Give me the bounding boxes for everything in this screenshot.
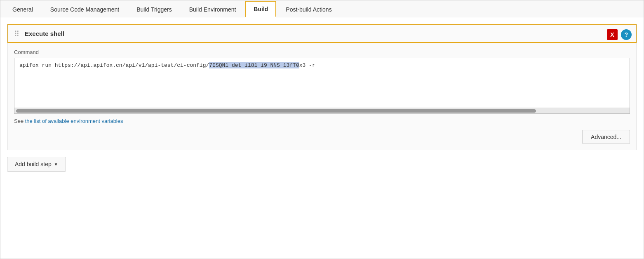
command-label: Command bbox=[14, 49, 630, 55]
add-step-row: Add build step ▼ bbox=[7, 157, 637, 172]
close-button[interactable]: X bbox=[607, 29, 618, 40]
tab-build-triggers[interactable]: Build Triggers bbox=[129, 2, 180, 17]
help-button[interactable]: ? bbox=[621, 29, 632, 40]
tab-post-build-actions[interactable]: Post-build Actions bbox=[278, 2, 339, 17]
command-text-selected: 7ISQN1 det il81 i9 NNS 13fT0 bbox=[209, 62, 299, 68]
add-build-step-button[interactable]: Add build step ▼ bbox=[7, 157, 66, 172]
add-build-step-label: Add build step bbox=[15, 161, 52, 167]
tab-source-code-management[interactable]: Source Code Management bbox=[42, 2, 127, 17]
env-vars-link[interactable]: the list of available environment variab… bbox=[25, 118, 123, 124]
build-step-execute-shell: ⠿ Execute shell X ? Command apifox run h… bbox=[7, 24, 637, 150]
build-step-body: Command apifox run https://api.apifox.cn… bbox=[7, 43, 637, 150]
tab-build[interactable]: Build bbox=[245, 1, 276, 17]
env-vars-prefix: See bbox=[14, 118, 25, 124]
scrollbar-thumb[interactable] bbox=[16, 109, 536, 113]
horizontal-scrollbar[interactable] bbox=[14, 108, 630, 113]
advanced-button-row: Advanced... bbox=[14, 130, 630, 144]
command-textarea-wrapper[interactable]: apifox run https://api.apifox.cn/api/v1/… bbox=[14, 58, 630, 114]
tab-bar: General Source Code Management Build Tri… bbox=[0, 0, 644, 17]
env-vars-hint: See the list of available environment va… bbox=[14, 118, 630, 124]
jenkins-build-config: General Source Code Management Build Tri… bbox=[0, 0, 644, 259]
chevron-down-icon: ▼ bbox=[54, 162, 58, 167]
command-text-start: apifox run https://api.apifox.cn/api/v1/… bbox=[19, 62, 209, 68]
command-display[interactable]: apifox run https://api.apifox.cn/api/v1/… bbox=[14, 58, 630, 108]
command-text-end: x3 -r bbox=[299, 62, 315, 68]
tab-general[interactable]: General bbox=[5, 2, 41, 17]
build-step-title: Execute shell bbox=[25, 30, 64, 37]
build-step-header: ⠿ Execute shell X ? bbox=[7, 24, 637, 43]
content-area: ⠿ Execute shell X ? Command apifox run h… bbox=[0, 17, 644, 178]
advanced-button[interactable]: Advanced... bbox=[582, 130, 630, 144]
tab-build-environment[interactable]: Build Environment bbox=[181, 2, 244, 17]
drag-handle-icon[interactable]: ⠿ bbox=[14, 31, 21, 37]
